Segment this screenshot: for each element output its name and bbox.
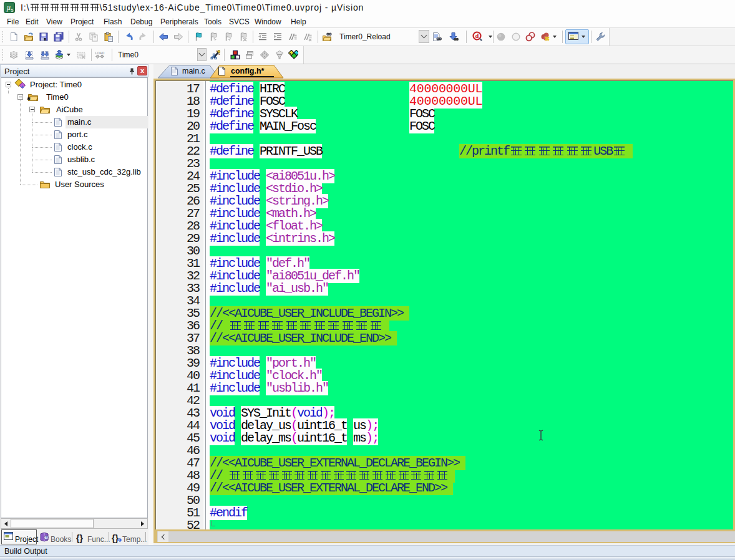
svg-text:µ: µ: [7, 3, 11, 12]
svg-text:5: 5: [11, 8, 14, 12]
svg-text:?: ?: [45, 536, 47, 540]
svg-text:LOAD: LOAD: [95, 51, 105, 55]
svg-text:d: d: [475, 32, 479, 39]
